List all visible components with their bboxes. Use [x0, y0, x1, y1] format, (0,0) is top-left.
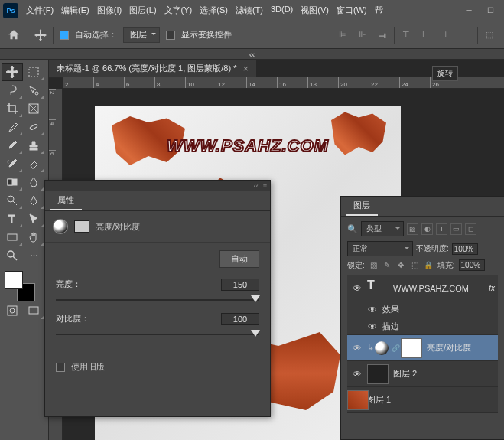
eraser-tool[interactable]: [23, 155, 44, 173]
layers-tab[interactable]: 图层: [346, 197, 378, 216]
dodge-tool[interactable]: [2, 191, 23, 210]
layer-thumbnail[interactable]: [367, 364, 389, 384]
mask-thumbnail[interactable]: [401, 338, 422, 358]
layer-2[interactable]: 👁 图层 2: [347, 361, 498, 387]
slider-thumb[interactable]: [251, 330, 260, 341]
brush-tool[interactable]: [2, 136, 23, 155]
filter-adjust-icon[interactable]: ◐: [421, 223, 433, 235]
align-center-icon[interactable]: ⊪: [354, 27, 371, 44]
fx-badge[interactable]: fx: [489, 284, 495, 292]
visibility-icon[interactable]: 👁: [347, 343, 367, 354]
filter-type-dropdown[interactable]: 类型: [361, 221, 404, 236]
crop-tool[interactable]: [2, 99, 23, 118]
menu-3d[interactable]: 3D(D): [268, 2, 296, 18]
auto-select-checkbox[interactable]: [60, 31, 69, 40]
menu-edit[interactable]: 编辑(E): [58, 2, 93, 18]
filter-pixel-icon[interactable]: ▨: [407, 223, 418, 235]
menu-view[interactable]: 视图(V): [298, 2, 332, 18]
layer-name[interactable]: 图层 1: [367, 394, 391, 406]
lock-position-icon[interactable]: ✥: [396, 260, 406, 270]
zoom-tool[interactable]: [2, 246, 23, 265]
layer-thumbnail[interactable]: [347, 390, 369, 410]
hand-tool[interactable]: [23, 228, 44, 246]
mask-icon[interactable]: [74, 220, 89, 233]
contrast-slider[interactable]: [56, 334, 259, 335]
frame-tool[interactable]: [23, 99, 44, 118]
layer-text[interactable]: 👁 T WWW.PSAHZ.COM fx: [347, 275, 498, 301]
type-tool[interactable]: T: [2, 210, 23, 228]
properties-tab[interactable]: 属性: [50, 191, 82, 210]
lock-transparent-icon[interactable]: ▨: [369, 260, 379, 270]
visibility-icon[interactable]: 👁: [363, 305, 382, 315]
collapse-icon[interactable]: ‹‹: [254, 182, 259, 190]
menu-help[interactable]: 帮: [372, 2, 386, 18]
layer-name[interactable]: 亮度/对比度: [427, 342, 471, 354]
align-bottom-icon[interactable]: ⊥: [437, 27, 454, 44]
more-icon[interactable]: ⋯: [457, 27, 474, 44]
menu-image[interactable]: 图像(I): [94, 2, 125, 18]
document-tab[interactable]: 未标题-1 @ 66.7% (亮度/对比度 1, 图层蒙版/8) * ×: [49, 60, 256, 78]
align-middle-icon[interactable]: ⊢: [418, 27, 434, 44]
filter-smart-icon[interactable]: ◻: [465, 223, 476, 235]
visibility-icon[interactable]: 👁: [347, 283, 367, 294]
menu-file[interactable]: 文件(F): [23, 2, 57, 18]
blur-tool[interactable]: [23, 173, 44, 191]
lasso-tool[interactable]: [2, 81, 23, 99]
lock-pixels-icon[interactable]: ✎: [382, 260, 392, 270]
menu-window[interactable]: 窗口(W): [333, 2, 370, 18]
quick-select-tool[interactable]: [23, 81, 44, 99]
layer-effects[interactable]: 👁 效果: [347, 301, 498, 318]
visibility-icon[interactable]: 👁: [363, 321, 382, 332]
legacy-checkbox[interactable]: [56, 363, 65, 372]
blend-mode-dropdown[interactable]: 正常: [347, 241, 413, 256]
layer-name[interactable]: 图层 2: [393, 368, 417, 380]
healing-tool[interactable]: [23, 118, 44, 136]
align-top-icon[interactable]: ⊤: [398, 27, 415, 44]
minimize-button[interactable]: ─: [458, 3, 480, 18]
panel-titlebar[interactable]: ‹‹≡: [45, 181, 270, 191]
show-transform-checkbox[interactable]: [166, 31, 175, 40]
quick-mask-tool[interactable]: [2, 301, 23, 320]
contrast-value-input[interactable]: 100: [221, 313, 259, 325]
brightness-slider[interactable]: [56, 299, 259, 301]
fill-input[interactable]: 100%: [459, 259, 485, 271]
3d-mode-icon[interactable]: ⬚: [481, 27, 498, 44]
align-left-icon[interactable]: ⊫: [334, 27, 351, 44]
stamp-tool[interactable]: [23, 136, 44, 155]
maximize-button[interactable]: ☐: [480, 3, 501, 18]
layer-name[interactable]: WWW.PSAHZ.COM: [393, 284, 469, 293]
menu-type[interactable]: 文字(Y): [161, 2, 196, 18]
screen-mode-tool[interactable]: [23, 301, 44, 320]
menu-filter[interactable]: 滤镜(T): [232, 2, 266, 18]
layer-effect-stroke[interactable]: 👁 描边: [347, 318, 498, 335]
auto-button[interactable]: 自动: [219, 250, 259, 268]
pen-tool[interactable]: [23, 191, 44, 210]
rectangle-tool[interactable]: [2, 228, 23, 246]
color-swatches[interactable]: [5, 271, 35, 301]
slider-thumb[interactable]: [251, 295, 260, 307]
lock-all-icon[interactable]: 🔒: [424, 260, 434, 270]
close-tab-icon[interactable]: ×: [243, 63, 249, 74]
align-right-icon[interactable]: ⫥: [374, 27, 391, 44]
foreground-color-swatch[interactable]: [5, 271, 23, 289]
layer-1[interactable]: 👁 图层 1: [347, 387, 498, 413]
panel-toggle-bar[interactable]: ‹‹: [0, 49, 504, 60]
eyedropper-tool[interactable]: [2, 118, 23, 136]
menu-select[interactable]: 选择(S): [197, 2, 231, 18]
link-icon[interactable]: 🔗: [392, 344, 401, 352]
menu-layer[interactable]: 图层(L): [126, 2, 159, 18]
opacity-input[interactable]: 100%: [452, 243, 478, 255]
move-tool[interactable]: [2, 63, 23, 81]
marquee-tool[interactable]: [23, 63, 44, 81]
history-brush-tool[interactable]: [2, 155, 23, 173]
gradient-tool[interactable]: [2, 173, 23, 191]
filter-type-icon[interactable]: T: [436, 223, 447, 235]
home-icon[interactable]: [6, 28, 21, 42]
panel-menu-icon[interactable]: ≡: [263, 182, 267, 190]
brightness-value-input[interactable]: 150: [221, 279, 259, 291]
layer-adjustment[interactable]: 👁 ↳ 🔗 亮度/对比度: [347, 335, 498, 361]
auto-select-target-dropdown[interactable]: 图层: [123, 27, 160, 43]
path-select-tool[interactable]: [23, 210, 44, 228]
filter-shape-icon[interactable]: ▭: [450, 223, 462, 235]
edit-toolbar[interactable]: ⋯: [23, 246, 44, 265]
